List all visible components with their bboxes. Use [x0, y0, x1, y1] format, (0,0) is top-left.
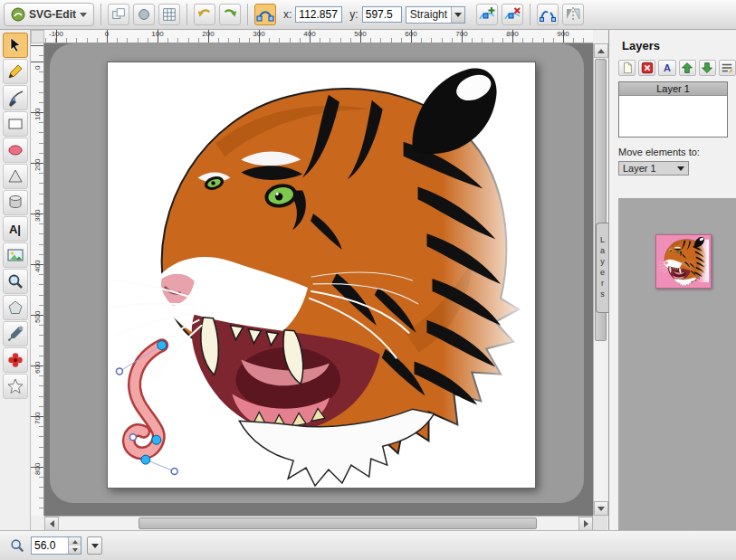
- redo-icon: [222, 6, 238, 23]
- tiger-drawing[interactable]: [110, 69, 535, 486]
- new-layer-button[interactable]: [618, 60, 636, 76]
- lower-layer-icon: [701, 62, 713, 74]
- ruler-label: 100: [33, 109, 42, 120]
- undo-button[interactable]: [194, 4, 215, 25]
- select-arrow: [451, 7, 464, 23]
- delete-layer-button[interactable]: [638, 60, 655, 76]
- ruler-left: 0100200300400500600700800: [31, 43, 44, 516]
- ruler-label: 400: [303, 30, 315, 38]
- zoom-increase-button[interactable]: [69, 537, 81, 546]
- raise-layer-button[interactable]: [679, 60, 696, 76]
- zoom-control[interactable]: [31, 536, 81, 555]
- path-node[interactable]: [141, 455, 150, 464]
- scroll-up-button[interactable]: [594, 43, 608, 58]
- layer-buttons-row: A: [618, 60, 736, 76]
- lower-layer-button[interactable]: [699, 60, 716, 76]
- redo-button[interactable]: [219, 4, 241, 25]
- scroll-down-button[interactable]: [594, 501, 608, 516]
- move-layer-select[interactable]: Layer 1: [618, 161, 689, 176]
- horizontal-scroll-thumb[interactable]: [139, 517, 537, 529]
- ruler-label: 500: [33, 311, 42, 323]
- control-handle[interactable]: [116, 368, 122, 375]
- zoom-input[interactable]: [32, 539, 68, 552]
- layer-more-button[interactable]: [719, 60, 736, 76]
- path-node[interactable]: [158, 341, 167, 350]
- scroll-left-button[interactable]: [44, 517, 59, 531]
- svg-edit-logo-icon: [11, 7, 25, 22]
- ruler-label: 800: [33, 463, 42, 475]
- rename-layer-button[interactable]: A: [658, 60, 675, 76]
- horizontal-scrollbar[interactable]: [44, 516, 593, 530]
- ruler-label: 600: [33, 362, 42, 374]
- svg-edit-window: SVG-Edit: [0, 0, 736, 560]
- pen-tool[interactable]: [3, 85, 28, 110]
- document-preview-panel: [618, 198, 736, 530]
- flip-path-button[interactable]: [562, 4, 584, 25]
- zoom-tool[interactable]: [3, 269, 28, 294]
- ellipse-tool[interactable]: [3, 138, 28, 163]
- flower-icon: [6, 351, 24, 369]
- arrow-up-icon: [597, 49, 605, 53]
- cylinder-tool[interactable]: [3, 190, 28, 215]
- edit-path-overlay: [116, 341, 177, 475]
- layers-panel: Layers A: [608, 30, 736, 530]
- star-icon: [6, 377, 24, 395]
- ruler-label: 900: [557, 30, 569, 38]
- add-node-button[interactable]: [476, 4, 498, 25]
- text-tool[interactable]: A|: [3, 216, 28, 242]
- layer-list[interactable]: Layer 1: [618, 81, 728, 138]
- pencil-tool[interactable]: [3, 59, 28, 84]
- image-tool[interactable]: [3, 242, 28, 268]
- grid-icon: [161, 6, 177, 23]
- ruler-label: 300: [33, 210, 42, 222]
- layers-collapse-tab[interactable]: Layers: [596, 223, 608, 313]
- eyedropper-icon: [6, 325, 24, 343]
- x-coordinate-label: x:: [283, 8, 292, 21]
- rect-tool[interactable]: [3, 111, 28, 137]
- circle-button[interactable]: [133, 4, 155, 25]
- y-coordinate-label: y:: [349, 8, 358, 21]
- layer-row-selected[interactable]: Layer 1: [619, 82, 727, 96]
- select-tool[interactable]: [3, 33, 28, 58]
- toolbar-separator: [247, 4, 248, 25]
- zoom-decrease-button[interactable]: [69, 546, 81, 554]
- flip-path-icon: [564, 5, 582, 24]
- zoom-preset-dropdown[interactable]: [87, 536, 102, 555]
- shapelib-tool[interactable]: [3, 347, 28, 373]
- new-layer-icon: [621, 62, 634, 74]
- x-coordinate-input[interactable]: [295, 6, 342, 23]
- link-control-points-button[interactable]: [254, 4, 276, 25]
- image-icon: [6, 246, 24, 264]
- clone-icon: [110, 6, 127, 23]
- drawing-canvas[interactable]: [108, 62, 535, 488]
- segment-type-select[interactable]: Straight: [406, 6, 465, 24]
- svg-edit-menu-label: SVG-Edit: [29, 8, 76, 21]
- chevron-down-icon: [91, 544, 99, 548]
- main-toolbar: SVG-Edit: [0, 0, 736, 30]
- artboard[interactable]: [107, 62, 536, 489]
- clone-button[interactable]: [108, 4, 129, 25]
- control-handle[interactable]: [171, 469, 177, 475]
- star-tool[interactable]: [3, 374, 28, 399]
- select-arrow-icon: [677, 166, 684, 171]
- arrow-left-icon: [50, 520, 54, 527]
- scroll-right-button[interactable]: [578, 517, 593, 531]
- delete-node-button[interactable]: [502, 4, 523, 25]
- ruler-label: 200: [33, 159, 42, 171]
- y-coordinate-input[interactable]: [362, 6, 402, 23]
- ruler-corner: [31, 30, 44, 43]
- open-path-button[interactable]: [537, 4, 559, 25]
- arrow-down-icon: [597, 507, 605, 511]
- pentagon-tool[interactable]: [3, 295, 28, 320]
- ruler-label: -100: [49, 30, 63, 38]
- path-node[interactable]: [152, 435, 161, 444]
- select-cursor-icon: [6, 36, 24, 54]
- thumbnail-image: [656, 235, 711, 288]
- svg-edit-menu-button[interactable]: SVG-Edit: [4, 3, 94, 26]
- eyedropper-tool[interactable]: [3, 321, 28, 346]
- grid-button[interactable]: [158, 4, 180, 25]
- canvas-workspace[interactable]: [44, 43, 593, 516]
- control-handle[interactable]: [129, 434, 136, 441]
- move-elements-label: Move elements to:: [618, 147, 736, 157]
- polygon-tool[interactable]: [3, 164, 28, 189]
